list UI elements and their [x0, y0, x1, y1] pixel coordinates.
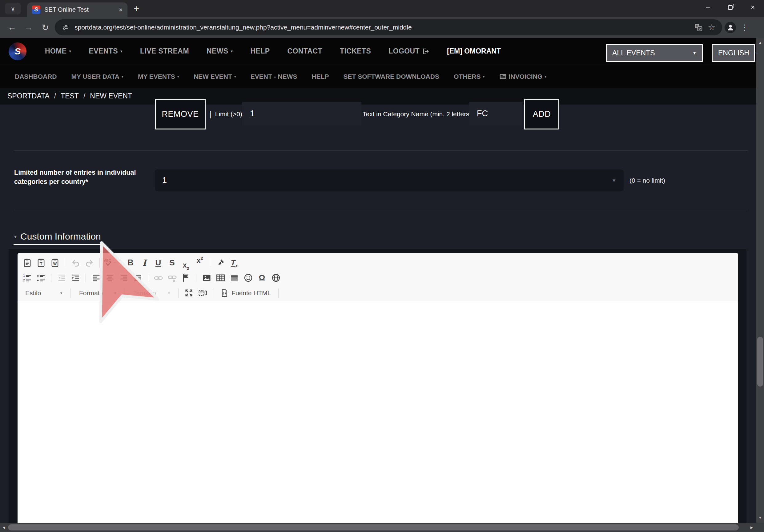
subscript-button[interactable]: x2 [179, 256, 192, 269]
bold-button[interactable]: B [124, 256, 137, 269]
horizontal-scroll-thumb[interactable] [8, 524, 739, 530]
align-center-icon[interactable] [103, 272, 116, 284]
strikethrough-button[interactable]: S [166, 256, 179, 269]
italic-button[interactable]: I [138, 256, 151, 269]
nav-others[interactable]: OTHERS▾ [454, 73, 485, 80]
special-character-icon[interactable]: Ω [256, 272, 269, 284]
nav-logout[interactable]: LOGOUT [388, 47, 429, 55]
scroll-down-arrow[interactable]: ▼ [756, 514, 764, 522]
nav-home[interactable]: HOME▾ [45, 47, 72, 55]
horizontal-scrollbar[interactable]: ◀ ▶ [0, 523, 756, 532]
custom-information-header[interactable]: ▾ Custom Information [14, 231, 103, 245]
breadcrumb-new-event[interactable]: NEW EVENT [90, 92, 132, 100]
align-left-icon[interactable] [90, 272, 102, 284]
remove-category-button[interactable]: REMOVE [155, 99, 206, 129]
nav-events[interactable]: EVENTS▾ [89, 47, 122, 55]
limited-entries-select[interactable]: 1 ▼ [155, 170, 624, 191]
table-icon[interactable] [214, 272, 227, 284]
spellcheck-icon[interactable]: ABC ▾ [103, 256, 116, 269]
superscript-button[interactable]: x2 [193, 256, 206, 269]
numbered-list-icon[interactable]: 12 [21, 272, 34, 284]
chevron-down-icon: ▾ [231, 49, 233, 54]
reload-button[interactable]: ↻ [38, 23, 52, 33]
new-tab-button[interactable]: + [133, 3, 139, 14]
nav-event-news[interactable]: EVENT - NEWS [251, 73, 297, 80]
breadcrumb-separator: / [84, 92, 85, 100]
nav-my-events[interactable]: MY EVENTS▾ [138, 73, 179, 80]
nav-my-user-data[interactable]: MY USER DATA▾ [72, 73, 123, 80]
nav-help[interactable]: HELP [251, 47, 270, 55]
breadcrumb-test[interactable]: TEST [61, 92, 79, 100]
underline-button[interactable]: U [152, 256, 165, 269]
show-blocks-icon[interactable] [196, 287, 209, 300]
address-bar[interactable]: sportdata.org/test/set-online/administra… [55, 19, 722, 35]
bullet-list-icon[interactable] [35, 272, 47, 284]
paste-as-text-icon[interactable]: T [35, 256, 47, 269]
translate-icon[interactable]: G [694, 23, 702, 31]
scroll-up-arrow[interactable]: ▲ [756, 39, 764, 47]
redo-icon[interactable] [83, 256, 96, 269]
url-text[interactable]: sportdata.org/test/set-online/administra… [75, 24, 689, 31]
nav-new-event[interactable]: NEW EVENT▾ [194, 73, 236, 80]
scroll-right-arrow[interactable]: ▶ [747, 523, 756, 531]
tab-search-button[interactable]: ∨ [5, 3, 21, 14]
site-settings-icon[interactable] [62, 24, 69, 31]
nav-news[interactable]: NEWS▾ [207, 47, 233, 55]
bookmark-star-icon[interactable]: ☆ [708, 23, 715, 32]
sportdata-logo[interactable]: S [9, 43, 27, 60]
window-minimize-button[interactable]: – [696, 0, 719, 15]
remove-format-icon[interactable]: Tx [228, 256, 241, 269]
align-right-icon[interactable] [117, 272, 130, 284]
vertical-scrollbar[interactable]: ▲ ▼ [756, 38, 764, 532]
increase-indent-icon[interactable] [69, 272, 82, 284]
iframe-globe-icon[interactable] [269, 272, 282, 284]
toolbar-separator [196, 273, 196, 283]
nav-live-stream[interactable]: LIVE STREAM [140, 47, 189, 55]
nav-dashboard[interactable]: DASHBOARD [15, 73, 57, 80]
browser-menu-icon[interactable]: ⋮ [740, 23, 748, 32]
nav-contact[interactable]: CONTACT [287, 47, 322, 55]
chevron-down-icon: ▼ [612, 178, 616, 183]
tab-close-icon[interactable]: × [119, 6, 122, 14]
editor-content-area[interactable] [18, 302, 738, 522]
styles-dropdown[interactable]: Estilo▾ [21, 287, 67, 300]
chevron-down-icon: ▼ [692, 51, 696, 55]
size-dropdown[interactable]: Tamaño▾ [128, 287, 175, 300]
nav-tickets[interactable]: TICKETS [340, 47, 371, 55]
paste-icon[interactable] [21, 256, 34, 269]
language-select[interactable]: ENGLISH ▼ [712, 44, 755, 62]
limit-input[interactable]: 1 [242, 102, 361, 125]
horizontal-rule-icon[interactable] [228, 272, 241, 284]
scroll-left-arrow[interactable]: ◀ [0, 523, 8, 531]
back-button[interactable]: ← [5, 23, 19, 32]
breadcrumb-sportdata[interactable]: SPORTDATA [7, 92, 50, 100]
maximize-icon[interactable] [182, 287, 195, 300]
add-category-button[interactable]: ADD [524, 99, 559, 129]
unlink-icon[interactable] [166, 272, 179, 284]
source-html-button[interactable]: Fuente HTML [217, 287, 275, 300]
anchor-flag-icon[interactable] [179, 272, 192, 284]
link-icon[interactable] [152, 272, 165, 284]
paste-from-word-icon[interactable]: W [48, 256, 61, 269]
profile-avatar[interactable] [725, 22, 736, 33]
nav-invoicing[interactable]: INVOICING▾ [499, 73, 547, 80]
toolbar-separator [178, 289, 179, 298]
vertical-scroll-thumb[interactable] [757, 337, 763, 387]
window-restore-button[interactable] [719, 0, 741, 15]
justify-icon[interactable] [131, 272, 144, 284]
chevron-down-icon: ∨ [11, 5, 15, 12]
format-dropdown[interactable]: Formato▾ [75, 287, 121, 300]
undo-icon[interactable] [69, 256, 82, 269]
image-icon[interactable] [200, 272, 213, 284]
window-close-button[interactable]: × [741, 0, 764, 15]
all-events-select[interactable]: ALL EVENTS ▼ [606, 44, 703, 62]
logged-in-user-label[interactable]: [EM] OMORANT [447, 47, 501, 55]
browser-tab[interactable]: S SET Online Test × [27, 2, 127, 17]
nav-help-admin[interactable]: HELP [311, 73, 329, 80]
copy-formatting-icon[interactable] [214, 256, 227, 269]
decrease-indent-icon[interactable] [55, 272, 68, 284]
smiley-icon[interactable] [242, 272, 255, 284]
category-name-input[interactable]: FC [469, 102, 523, 125]
nav-set-software-downloads[interactable]: SET SOFTWARE DOWNLOADS [343, 73, 439, 80]
forward-button[interactable]: → [22, 23, 36, 32]
